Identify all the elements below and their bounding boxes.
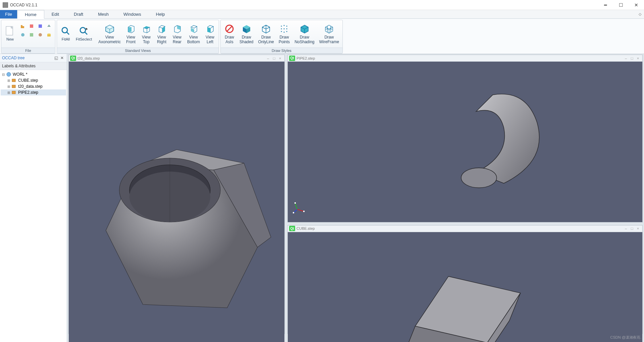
tree-subheader: Labels & Attributes [0, 62, 67, 70]
viewport-canvas[interactable] [288, 232, 642, 342]
file-tool-8[interactable] [45, 31, 53, 39]
file-tool-5[interactable] [19, 31, 26, 39]
svg-rect-30 [12, 91, 15, 94]
viewport-maximize-button[interactable]: □ [271, 56, 277, 60]
close-button[interactable]: ✕ [629, 0, 644, 10]
app-icon [3, 2, 8, 8]
viewport-minimize-button[interactable]: – [623, 226, 629, 230]
menubar-home[interactable]: Home [17, 10, 44, 19]
viewport-cube: Qt CUBE.step – □ × [287, 225, 643, 342]
svg-point-26 [286, 31, 287, 32]
tree-item-pipe2[interactable]: ⊞ PIPE2.step [1, 89, 66, 95]
svg-line-13 [85, 32, 87, 35]
fitselect-button[interactable]: FitSeclect [73, 21, 94, 47]
viewport-minimize-button[interactable]: – [265, 56, 271, 60]
menubar-draft[interactable]: Draft [66, 10, 91, 18]
svg-rect-45 [303, 211, 305, 212]
menubar-edit[interactable]: Edit [44, 10, 66, 18]
svg-line-44 [294, 209, 297, 213]
part-icon [11, 90, 17, 95]
cube-right-icon [156, 23, 167, 34]
fitall-button[interactable]: FitAll [58, 21, 73, 47]
cube-rear-icon [172, 23, 182, 34]
part-icon [11, 84, 17, 89]
tree-dock-button[interactable]: ◱ [53, 55, 59, 61]
svg-point-25 [284, 31, 285, 32]
viewport-close-button[interactable]: × [277, 56, 283, 60]
maximize-button[interactable]: ☐ [613, 0, 629, 10]
viewport-canvas[interactable] [69, 62, 284, 342]
viewport-maximize-button[interactable]: □ [629, 226, 635, 230]
view-front-button[interactable]: ViewFront [123, 21, 139, 47]
draw-shaded-button[interactable]: DrawShaded [237, 21, 256, 47]
viewport-maximize-button[interactable]: □ [629, 56, 635, 60]
menubar-file[interactable]: File [0, 10, 17, 18]
menubar-windows[interactable]: Windows [116, 10, 149, 18]
workspace: OCCAD tree ◱ ✕ Labels & Attributes ⊟ WOR… [0, 54, 644, 342]
viewport-minimize-button[interactable]: – [623, 56, 629, 60]
collapse-icon[interactable]: ⊟ [1, 73, 5, 76]
svg-rect-47 [293, 212, 294, 213]
file-tool-4[interactable] [45, 22, 53, 30]
svg-point-23 [286, 28, 287, 29]
view-top-button[interactable]: ViewTop [139, 21, 154, 47]
svg-point-19 [284, 25, 285, 26]
tree-item-cube[interactable]: ⊞ CUBE.step [1, 77, 66, 83]
draw-points-button[interactable]: DrawPoints [276, 21, 292, 47]
svg-line-11 [67, 32, 69, 35]
svg-point-22 [284, 28, 285, 29]
svg-line-43 [295, 203, 297, 209]
file-tool-1[interactable] [19, 22, 26, 30]
viewport-title: PIPE2.step [297, 56, 623, 60]
viewport-canvas[interactable] [288, 62, 642, 222]
svg-point-10 [62, 27, 67, 33]
expand-icon[interactable]: ⊞ [7, 85, 11, 88]
viewport-close-button[interactable]: × [635, 56, 641, 60]
new-file-icon [5, 26, 15, 37]
view-left-button[interactable]: ViewLeft [202, 21, 218, 47]
expand-icon[interactable]: ⊞ [7, 91, 11, 94]
no-symbol-icon [224, 23, 235, 34]
menubar: File Home Edit Draft Mesh Windows Help ◇ [0, 10, 644, 19]
menubar-mesh[interactable]: Mesh [91, 10, 116, 18]
magnifier-icon [60, 26, 71, 37]
new-button[interactable]: New [2, 21, 18, 47]
viewport-area: Qt t20_data.step – □ × [67, 54, 644, 342]
ribbon-collapse-button[interactable]: ◇ [636, 10, 644, 18]
svg-point-9 [47, 33, 51, 35]
ribbon: New File FitAll FitSeclect [0, 19, 644, 54]
view-right-button[interactable]: ViewRight [154, 21, 169, 47]
svg-point-5 [21, 33, 24, 37]
svg-rect-3 [30, 24, 33, 28]
tree-root[interactable]: ⊟ WORL * [1, 71, 66, 77]
cube-bottom-icon [188, 23, 199, 34]
file-tool-3[interactable] [37, 22, 44, 30]
viewport-title: CUBE.step [297, 226, 623, 230]
svg-point-7 [39, 33, 42, 37]
svg-rect-2 [21, 25, 22, 26]
file-tool-7[interactable] [37, 31, 44, 39]
cube-front-icon [125, 23, 136, 34]
view-bottom-button[interactable]: ViewBottom [185, 21, 202, 47]
axis-gizmo [292, 201, 309, 217]
viewport-t20: Qt t20_data.step – □ × [68, 55, 285, 342]
file-tool-2[interactable] [28, 22, 35, 30]
tree-body[interactable]: ⊟ WORL * ⊞ CUBE.step ⊞ t20_data.step ⊞ P… [0, 70, 67, 342]
viewport-close-button[interactable]: × [635, 226, 641, 230]
svg-rect-6 [30, 33, 33, 37]
tree-close-button[interactable]: ✕ [59, 55, 65, 61]
minimize-button[interactable]: ━ [598, 0, 613, 10]
draw-onlyline-button[interactable]: DrawOnlyLine [256, 21, 276, 47]
world-icon [6, 72, 11, 77]
ribbon-group-styles: DrawAsIs DrawShaded DrawOnlyLine DrawPoi… [220, 20, 343, 54]
draw-asis-button[interactable]: DrawAsIs [222, 21, 237, 47]
menubar-help[interactable]: Help [149, 10, 172, 18]
window-title: OCCAD V2.1.1 [10, 3, 598, 7]
tree-item-t20[interactable]: ⊞ t20_data.step [1, 83, 66, 89]
view-rear-button[interactable]: ViewRear [169, 21, 185, 47]
expand-icon[interactable]: ⊞ [7, 79, 11, 82]
draw-wireframe-button[interactable]: DrawWireFrame [317, 21, 341, 47]
file-tool-6[interactable] [28, 31, 35, 39]
view-axonometric-button[interactable]: ViewAxonometric [96, 21, 123, 47]
draw-noshading-button[interactable]: DrawNoShading [292, 21, 317, 47]
